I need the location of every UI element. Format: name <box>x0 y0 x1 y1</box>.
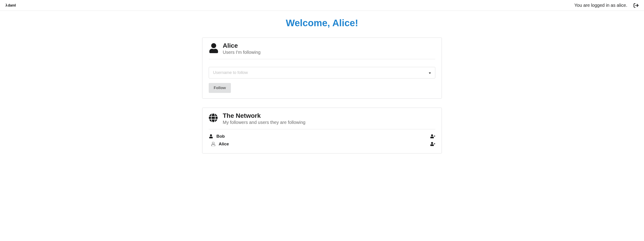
login-status: You are logged in as alice. <box>574 3 627 8</box>
dropdown-placeholder: Username to follow <box>213 70 248 75</box>
globe-icon <box>209 113 219 123</box>
network-card-header: The Network My followers and users they … <box>209 112 435 129</box>
brand-name: daml <box>8 4 16 7</box>
profile-header-text: Alice Users I'm following <box>223 42 260 55</box>
follow-button[interactable]: Follow <box>209 83 231 93</box>
network-row: Alice <box>209 140 435 148</box>
logout-icon[interactable] <box>634 3 638 8</box>
network-row-left: Alice <box>209 142 229 146</box>
username-follow-dropdown[interactable]: Username to follow <box>209 67 435 78</box>
user-icon <box>209 43 219 53</box>
topbar-right: You are logged in as alice. <box>574 3 638 8</box>
lambda-icon: λ <box>6 4 7 7</box>
profile-card-header: Alice Users I'm following <box>209 42 435 59</box>
welcome-heading: Welcome, Alice! <box>202 18 442 28</box>
network-list: BobAlice <box>209 129 435 148</box>
user-outline-icon <box>211 142 216 146</box>
brand-logo: λdaml <box>6 4 16 8</box>
network-user-name: Bob <box>216 134 225 139</box>
main-content: Welcome, Alice! Alice Users I'm followin… <box>198 11 446 169</box>
add-user-icon[interactable] <box>430 134 435 138</box>
user-solid-icon <box>209 134 213 138</box>
profile-title: Alice <box>223 42 260 49</box>
follow-form: Username to follow Follow <box>209 59 435 93</box>
profile-card: Alice Users I'm following Username to fo… <box>202 38 442 98</box>
network-user-name: Alice <box>219 142 229 146</box>
add-user-icon[interactable] <box>430 142 435 146</box>
network-row-left: Bob <box>209 134 225 139</box>
profile-subtitle: Users I'm following <box>223 50 260 55</box>
chevron-down-icon <box>429 70 431 75</box>
network-row: Bob <box>209 132 435 140</box>
network-card: The Network My followers and users they … <box>202 108 442 154</box>
network-header-text: The Network My followers and users they … <box>223 112 306 125</box>
network-title: The Network <box>223 112 306 119</box>
topbar: λdaml You are logged in as alice. <box>0 0 644 11</box>
network-subtitle: My followers and users they are followin… <box>223 120 306 125</box>
